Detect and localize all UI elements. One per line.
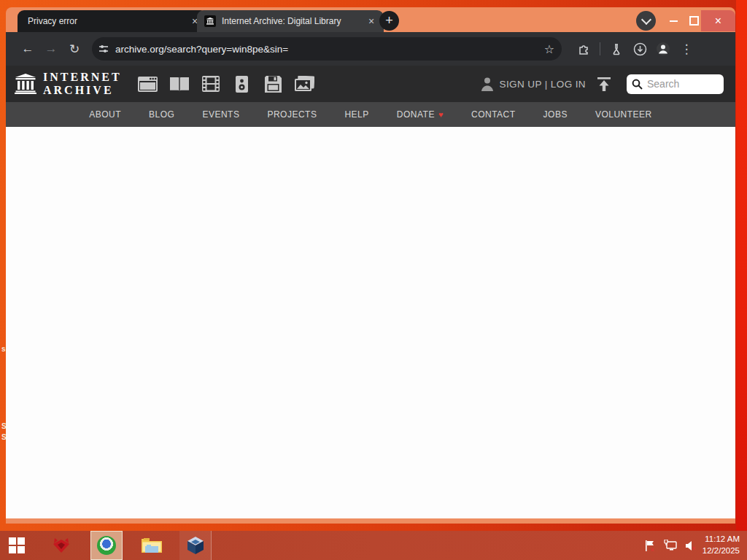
desktop-icon-label-fragment: s [1,345,6,353]
clock-date: 12/2/2025 [703,545,740,557]
tab-search-button[interactable] [636,11,656,31]
taskbar-browser-button[interactable] [90,531,123,560]
start-button[interactable] [0,531,34,560]
archive-search-box[interactable] [627,74,724,94]
signup-login-link[interactable]: SIGN UP | LOG IN [500,79,586,90]
donate-heart-icon: ♥ [438,110,444,119]
site-info-icon[interactable] [92,37,115,61]
nav-item-contact[interactable]: CONTACT [471,109,516,120]
temple-icon [15,74,36,94]
tab-close-icon[interactable]: × [365,15,378,28]
nav-item-about[interactable]: ABOUT [89,109,121,120]
page-content-blank [6,127,735,518]
toolbar-divider [600,42,600,55]
taskbar-explorer-button[interactable] [136,531,168,560]
bookmark-star-icon[interactable]: ☆ [537,42,562,56]
file-explorer-icon [142,537,162,554]
media-type-icons [138,75,315,93]
clock-time: 11:12 AM [703,534,740,545]
maximize-icon [689,16,699,26]
svg-text:x: x [651,546,654,552]
system-tray: x x [644,540,698,552]
archive-logo-text: INTERNETARCHIVE [43,71,122,96]
taskbar-virtualbox-button[interactable] [179,531,212,560]
close-window-button[interactable]: × [701,10,735,31]
volume-muted-icon[interactable]: x [685,540,698,551]
nav-item-volunteer[interactable]: VOLUNTEER [595,109,652,120]
network-status-icon[interactable] [664,540,678,551]
reload-button[interactable]: ↻ [63,37,86,61]
taskbar-red-app-button[interactable] [45,531,77,560]
url-text: archive.org/search?query=win8pe&sin= [115,44,537,55]
search-icon [632,79,643,90]
nav-item-help[interactable]: HELP [344,109,368,120]
desktop-right-stripe [736,0,747,531]
taskbar-clock[interactable]: 11:12 AM 12/2/2025 [703,534,740,556]
red-app-icon [52,537,71,554]
nav-item-blog[interactable]: BLOG [149,109,174,120]
nav-item-events[interactable]: EVENTS [202,109,239,120]
back-button[interactable]: ← [16,37,39,61]
address-bar[interactable]: archive.org/search?query=win8pe&sin= ☆ [92,37,562,61]
browser-toolbar: ← → ↻ archive.org/search?query=win8pe&si… [6,32,735,66]
tab-title: Internet Archive: Digital Library [222,16,365,26]
profile-avatar-icon[interactable] [651,37,675,61]
new-tab-button[interactable]: + [379,11,399,31]
nav-item-projects[interactable]: PROJECTS [267,109,317,120]
minimize-icon [670,20,678,22]
nav-item-jobs[interactable]: JOBS [543,109,568,120]
downloads-icon[interactable] [628,37,651,61]
tab-title: Privacy error [28,16,188,26]
menu-kebab-icon[interactable]: ⋮ [675,37,698,61]
windows-logo-icon [9,537,25,553]
chevron-down-icon [640,14,651,24]
tab-strip: Privacy error × Internet Archive: Digita… [6,10,735,32]
minimize-button[interactable] [664,10,683,31]
internet-archive-favicon [204,15,216,27]
texts-icon[interactable] [169,75,190,93]
labs-flask-icon[interactable] [605,37,628,61]
software-icon[interactable] [263,75,284,93]
upload-icon[interactable] [596,76,612,92]
tab-internet-archive[interactable]: Internet Archive: Digital Library × [197,10,384,32]
person-icon [479,76,495,92]
archive-logo[interactable]: INTERNETARCHIVE [15,71,122,96]
web-icon[interactable] [138,75,158,93]
archive-header: INTERNETARCHIVE [6,66,735,102]
page-nav: ABOUTBLOGEVENTSPROJECTSHELPDONATE♥CONTAC… [6,102,735,127]
audio-icon[interactable] [232,75,252,93]
browser-window: Privacy error × Internet Archive: Digita… [6,7,735,524]
action-center-flag-icon[interactable]: x [644,540,657,552]
archive-header-right: SIGN UP | LOG IN [479,74,735,94]
extensions-icon[interactable] [572,37,595,61]
taskbar: x x 11:12 AM 12/2/2025 [0,531,747,560]
video-icon[interactable] [201,75,221,93]
forward-button[interactable]: → [39,37,63,61]
tab-privacy-error[interactable]: Privacy error × [18,10,207,32]
nav-item-donate[interactable]: DONATE♥ [397,109,444,120]
browser-icon [97,536,116,555]
virtualbox-icon [186,536,205,555]
images-icon[interactable] [295,75,315,93]
svg-text:x: x [692,545,696,551]
archive-search-input[interactable] [646,77,718,90]
